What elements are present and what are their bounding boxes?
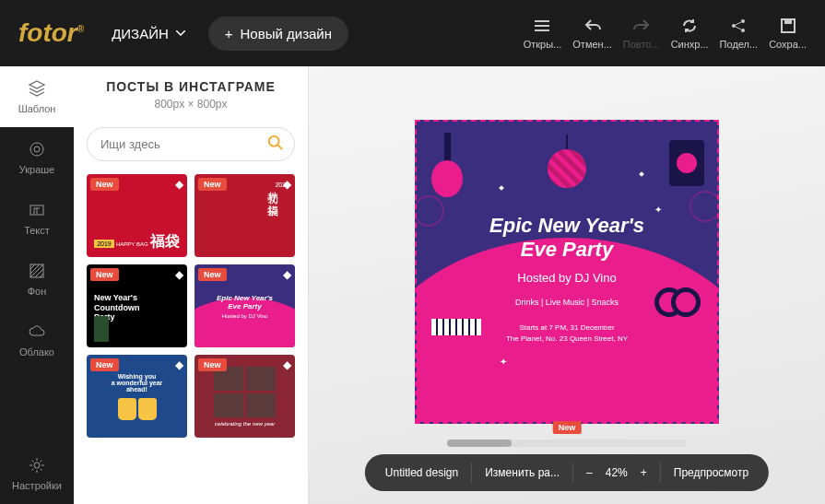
new-badge: New bbox=[198, 358, 227, 371]
search-input[interactable] bbox=[87, 127, 295, 161]
new-badge: New bbox=[90, 358, 119, 371]
panel-dimensions: 800px × 800px bbox=[74, 98, 308, 111]
text-icon bbox=[28, 201, 46, 219]
gear-icon bbox=[28, 456, 46, 475]
save-button[interactable]: Сохра... bbox=[769, 17, 807, 50]
design-dropdown[interactable]: ДИЗАЙН bbox=[112, 26, 185, 41]
preview-button[interactable]: Предпросмотр bbox=[661, 454, 761, 491]
plus-icon: + bbox=[225, 26, 233, 41]
svg-point-2 bbox=[741, 29, 745, 32]
diamond-icon: ◆ bbox=[175, 178, 183, 191]
diamond-icon: ◆ bbox=[283, 268, 291, 281]
bottom-toolbar: Untitled design Изменить ра... – 42% + П… bbox=[365, 454, 769, 491]
artboard[interactable]: ✦ ✦ Epic New Year'sEve Party Hosted by D… bbox=[415, 120, 719, 424]
filename-label[interactable]: Untitled design bbox=[372, 454, 471, 491]
canvas-address[interactable]: The Planet, No. 23 Queen Street, NY bbox=[417, 334, 717, 343]
template-item[interactable]: New ◆ Epic New Year's Eve Party Hosted b… bbox=[194, 264, 295, 347]
sidebar-decorate[interactable]: Украше bbox=[0, 127, 74, 188]
canvas-title[interactable]: Epic New Year'sEve Party bbox=[417, 214, 717, 263]
template-item[interactable]: New ◆ 2019 HAPPY BAG 福袋 bbox=[87, 174, 187, 257]
new-badge: New bbox=[90, 268, 119, 281]
svg-point-6 bbox=[34, 147, 40, 152]
svg-point-5 bbox=[30, 143, 43, 156]
sidebar-background[interactable]: Фон bbox=[0, 249, 74, 310]
sidebar-settings[interactable]: Настройки bbox=[0, 443, 74, 504]
zoom-out-button[interactable]: – bbox=[586, 466, 593, 479]
template-item[interactable]: New ◆ 初売り福袋2020 bbox=[194, 174, 295, 257]
search-button[interactable] bbox=[267, 135, 284, 155]
zoom-level[interactable]: 42% bbox=[606, 466, 628, 479]
panel-title: ПОСТЫ В ИНСТАГРАМЕ bbox=[74, 79, 308, 94]
svg-point-1 bbox=[741, 19, 745, 23]
logo[interactable]: fotor® bbox=[18, 18, 84, 48]
sidebar-template[interactable]: Шаблон bbox=[0, 66, 74, 127]
sidebar-cloud[interactable]: Облако bbox=[0, 310, 74, 370]
new-badge: New bbox=[198, 268, 227, 281]
template-item[interactable]: New ◆ New Year's Countdown Party bbox=[87, 264, 187, 347]
canvas-start[interactable]: Starts at 7 PM, 31 December bbox=[417, 323, 717, 332]
undo-icon bbox=[583, 17, 602, 35]
open-button[interactable]: Откры... bbox=[524, 17, 562, 50]
zoom-in-button[interactable]: + bbox=[641, 466, 647, 479]
layers-icon bbox=[28, 79, 46, 98]
chevron-down-icon bbox=[176, 30, 185, 36]
canvas-host[interactable]: Hosted by DJ Vino bbox=[417, 271, 717, 285]
redo-button[interactable]: Повто... bbox=[623, 17, 660, 50]
svg-rect-4 bbox=[784, 19, 792, 24]
svg-point-0 bbox=[732, 24, 736, 28]
resize-button[interactable]: Изменить ра... bbox=[472, 454, 572, 491]
save-icon bbox=[779, 17, 797, 35]
template-item[interactable]: New ◆ celebrating the new year bbox=[194, 355, 295, 438]
sync-button[interactable]: Синхр... bbox=[671, 17, 709, 50]
pattern-icon bbox=[28, 262, 46, 280]
cloud-icon bbox=[28, 322, 46, 341]
new-badge-canvas: New bbox=[553, 421, 582, 434]
canvas-area[interactable]: ✦ ✦ Epic New Year'sEve Party Hosted by D… bbox=[309, 66, 825, 504]
svg-point-9 bbox=[34, 463, 40, 468]
redo-icon bbox=[632, 17, 651, 35]
new-design-button[interactable]: + Новый дизайн bbox=[208, 17, 348, 51]
sidebar-text[interactable]: Текст bbox=[0, 188, 74, 249]
share-icon bbox=[729, 17, 748, 35]
canvas-info[interactable]: Drinks | Live Music | Snacks bbox=[417, 298, 717, 307]
new-badge: New bbox=[90, 178, 119, 191]
template-item[interactable]: New ◆ Wishing you a wonderful year ahead… bbox=[87, 355, 187, 438]
share-button[interactable]: Подел... bbox=[720, 17, 759, 50]
diamond-icon: ◆ bbox=[283, 358, 291, 371]
new-badge: New bbox=[198, 178, 227, 191]
hamburger-icon bbox=[533, 17, 551, 35]
diamond-icon: ◆ bbox=[175, 268, 183, 281]
horizontal-scrollbar[interactable] bbox=[447, 440, 687, 447]
svg-point-10 bbox=[269, 135, 279, 146]
diamond-icon: ◆ bbox=[175, 358, 183, 371]
sync-icon bbox=[680, 17, 699, 35]
undo-button[interactable]: Отмен... bbox=[572, 17, 612, 50]
diamond-icon: ◆ bbox=[283, 178, 291, 191]
search-icon bbox=[267, 135, 284, 151]
target-icon bbox=[28, 140, 46, 158]
